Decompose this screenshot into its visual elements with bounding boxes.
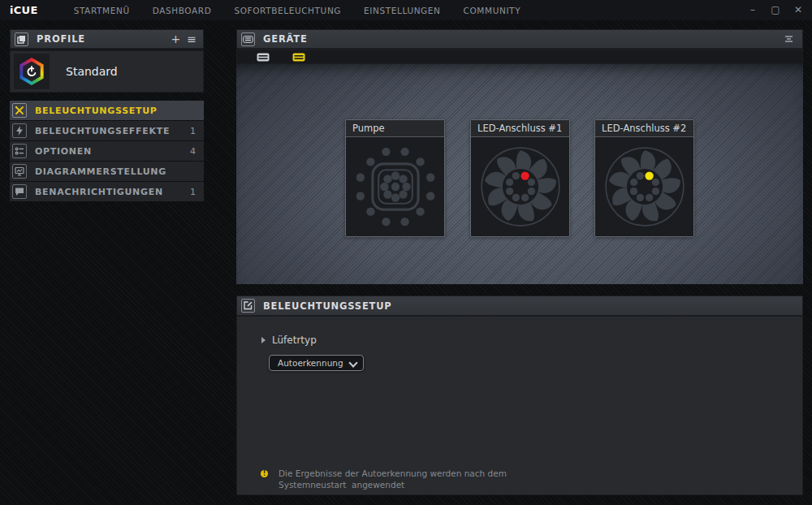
app-logo: iCUE	[10, 4, 38, 16]
profile-avatar	[14, 54, 50, 89]
minimize-button[interactable]: –	[747, 0, 758, 20]
settings-panel-title: BELEUCHTUNGSSETUP	[263, 300, 392, 312]
menu-dashboard[interactable]: DASHBOARD	[153, 6, 212, 15]
sidebar-item-beleuchtungssetup[interactable]: BELEUCHTUNGSSETUP	[10, 101, 204, 120]
profiles-panel-title: PROFILE	[37, 33, 85, 45]
devices-panel-title: GERÄTE	[263, 33, 308, 45]
window-controls: – ▢ ✕	[747, 0, 804, 20]
edit-icon	[241, 299, 255, 313]
chart-monitor-icon	[12, 164, 27, 179]
sidebar-menu: BELEUCHTUNGSSETUP BELEUCHTUNGSEFFEKTE 1 …	[10, 101, 204, 202]
device-card-led1[interactable]: LED-Anschluss #1	[470, 119, 570, 237]
autodetect-note: Die Ergebnisse der Autoerkennung werden …	[261, 468, 507, 490]
fan-illustration	[595, 137, 693, 236]
sidebar-item-beleuchtungseffekte[interactable]: BELEUCHTUNGSEFFEKTE 1	[10, 121, 204, 140]
profiles-menu-button[interactable]: ≡	[187, 33, 197, 45]
note-line1: Die Ergebnisse der Autoerkennung werden …	[279, 468, 507, 478]
led-dot-red	[520, 171, 529, 179]
title-bar: iCUE STARTMENÜ DASHBOARD SOFORTBELEUCHTU…	[0, 0, 812, 20]
info-icon	[261, 470, 268, 477]
sidebar-item-diagrammerstellung[interactable]: DIAGRAMMERSTELLUNG	[10, 162, 204, 181]
main-menu: STARTMENÜ DASHBOARD SOFORTBELEUCHTUNG EI…	[63, 6, 533, 15]
device-tab-1[interactable]	[257, 53, 270, 62]
speech-bubble-icon	[12, 184, 27, 199]
devices-panel-header: GERÄTE	[236, 29, 803, 50]
profile-item-standard[interactable]: Standard	[10, 50, 204, 93]
device-card-led2[interactable]: LED-Anschluss #2	[594, 119, 694, 237]
icue-logo-icon	[18, 58, 45, 85]
pump-illustration	[346, 137, 444, 236]
badge: 1	[190, 126, 196, 136]
device-tab-2-selected[interactable]	[292, 53, 305, 62]
device-card-title: LED-Anschluss #1	[471, 120, 569, 137]
fan-illustration	[471, 137, 569, 236]
note-line2: Systemneustart angewendet	[279, 480, 404, 490]
profiles-icon	[15, 32, 28, 46]
settings-panel-body: Lüfetrtyp Autoerkennung Die Ergebnisse d…	[236, 317, 803, 495]
profiles-panel-header: PROFILE + ≡	[10, 29, 204, 50]
device-icon	[241, 32, 255, 46]
device-tabs	[236, 50, 803, 64]
device-card-title: LED-Anschluss #2	[595, 120, 693, 137]
dropdown-value: Autoerkennung	[278, 358, 343, 368]
badge: 1	[190, 187, 196, 197]
sidebar-item-optionen[interactable]: OPTIONEN 4	[10, 141, 204, 161]
menu-einstellungen[interactable]: EINSTELLUNGEN	[364, 6, 440, 15]
collapse-triangle-icon[interactable]	[261, 337, 266, 343]
device-card-title: Pumpe	[346, 120, 444, 137]
profile-name: Standard	[66, 65, 118, 78]
badge: 4	[190, 146, 196, 157]
settings-panel-header: BELEUCHTUNGSSETUP	[236, 296, 803, 317]
maximize-button[interactable]: ▢	[770, 0, 781, 20]
close-button[interactable]: ✕	[793, 0, 804, 20]
menu-sofortbeleuchtung[interactable]: SOFORTBELEUCHTUNG	[234, 6, 341, 15]
tools-icon	[12, 103, 27, 118]
fan-type-label: Lüfetrtyp	[272, 335, 317, 346]
devices-canvas: Pumpe	[236, 64, 803, 284]
menu-community[interactable]: COMMUNITY	[464, 6, 521, 15]
menu-startmenu[interactable]: STARTMENÜ	[74, 6, 130, 15]
chevron-down-icon	[350, 360, 356, 366]
sidebar-item-benachrichtigungen[interactable]: BENACHRICHTIGUNGEN 1	[10, 182, 204, 201]
led-dot-yellow	[645, 171, 653, 179]
fan-type-dropdown[interactable]: Autoerkennung	[269, 355, 364, 371]
devices-sort-icon[interactable]	[784, 35, 794, 43]
options-list-icon	[12, 144, 27, 158]
lightning-icon	[12, 123, 27, 138]
device-card-pumpe[interactable]: Pumpe	[345, 119, 445, 237]
add-profile-button[interactable]: +	[171, 33, 181, 45]
